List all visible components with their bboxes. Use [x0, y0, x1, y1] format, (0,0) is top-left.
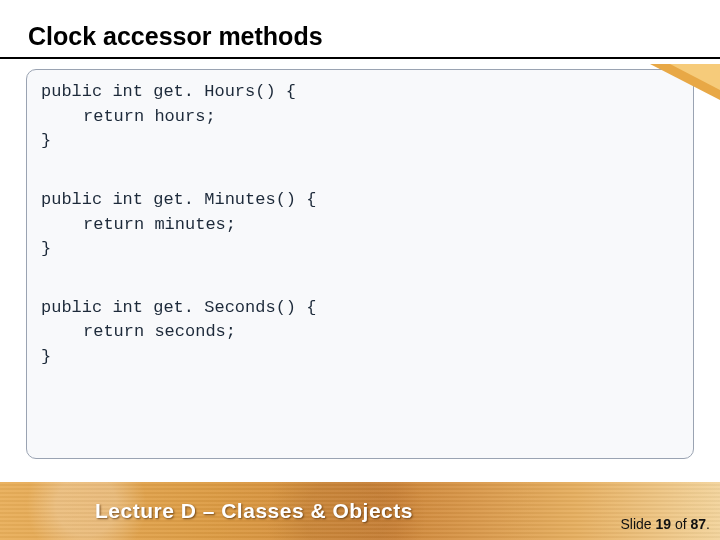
code-line: return minutes;: [41, 213, 679, 238]
code-line: }: [41, 129, 679, 154]
code-line: }: [41, 237, 679, 262]
code-line: public int get. Hours() {: [41, 80, 679, 105]
code-block: public int get. Hours() { return hours; …: [26, 69, 694, 459]
slide-current: 19: [655, 516, 671, 532]
code-line: return seconds;: [41, 320, 679, 345]
code-line: public int get. Seconds() {: [41, 296, 679, 321]
corner-decoration: [650, 64, 720, 100]
slide-suffix: .: [706, 516, 710, 532]
code-line: }: [41, 345, 679, 370]
slide-total: 87: [691, 516, 707, 532]
lecture-label: Lecture D – Classes & Objects: [95, 499, 413, 523]
footer-band: Lecture D – Classes & Objects: [0, 482, 720, 540]
slide-of: of: [671, 516, 690, 532]
code-line: return hours;: [41, 105, 679, 130]
slide-prefix: Slide: [620, 516, 655, 532]
slide-title: Clock accessor methods: [0, 0, 720, 59]
code-line: public int get. Minutes() {: [41, 188, 679, 213]
slide-number: Slide 19 of 87.: [618, 514, 712, 534]
